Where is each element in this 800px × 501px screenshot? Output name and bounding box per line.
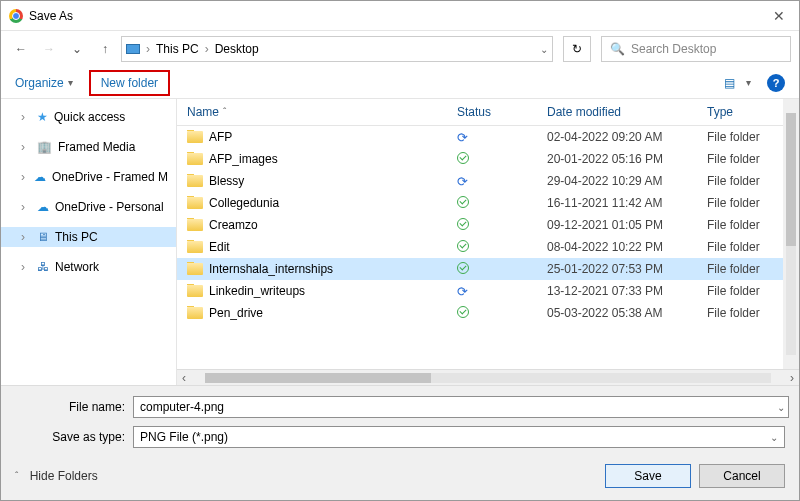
filename-label: File name: bbox=[15, 400, 125, 414]
chevron-down-icon: ▾ bbox=[68, 77, 73, 88]
file-date: 02-04-2022 09:20 AM bbox=[547, 130, 707, 144]
horizontal-scrollbar[interactable]: ‹ › bbox=[177, 369, 799, 385]
search-icon: 🔍 bbox=[610, 42, 625, 56]
refresh-button[interactable]: ↻ bbox=[563, 36, 591, 62]
folder-icon bbox=[187, 241, 203, 253]
col-status[interactable]: Status bbox=[457, 105, 547, 119]
ok-icon bbox=[457, 240, 469, 252]
scroll-left-icon: ‹ bbox=[177, 371, 191, 385]
hide-folders-button[interactable]: ˆ Hide Folders bbox=[15, 469, 98, 483]
file-date: 25-01-2022 07:53 PM bbox=[547, 262, 707, 276]
view-icon: ▤ bbox=[724, 76, 735, 90]
file-row[interactable]: Blessy⟳29-04-2022 10:29 AMFile folder bbox=[177, 170, 799, 192]
file-name: AFP_images bbox=[209, 152, 278, 166]
sort-indicator-icon: ˆ bbox=[223, 107, 226, 118]
search-input[interactable]: 🔍 Search Desktop bbox=[601, 36, 791, 62]
chevron-right-icon: › bbox=[146, 42, 150, 56]
folder-icon bbox=[187, 153, 203, 165]
file-name: Edit bbox=[209, 240, 230, 254]
pc-icon bbox=[126, 44, 140, 54]
file-date: 16-11-2021 11:42 AM bbox=[547, 196, 707, 210]
file-row[interactable]: Pen_drive05-03-2022 05:38 AMFile folder bbox=[177, 302, 799, 324]
save-type-label: Save as type: bbox=[15, 430, 125, 444]
sync-icon: ⟳ bbox=[457, 174, 468, 189]
col-date[interactable]: Date modified bbox=[547, 105, 707, 119]
new-folder-button[interactable]: New folder bbox=[89, 70, 170, 96]
file-name: Linkedin_writeups bbox=[209, 284, 305, 298]
tree-onedrive-framed[interactable]: ›☁OneDrive - Framed M bbox=[1, 167, 176, 187]
file-date: 08-04-2022 10:22 PM bbox=[547, 240, 707, 254]
star-icon: ★ bbox=[37, 110, 48, 124]
tree-onedrive-personal[interactable]: ›☁OneDrive - Personal bbox=[1, 197, 176, 217]
file-date: 29-04-2022 10:29 AM bbox=[547, 174, 707, 188]
address-bar[interactable]: › This PC › Desktop ⌄ bbox=[121, 36, 553, 62]
tree-this-pc[interactable]: ›🖥This PC bbox=[1, 227, 176, 247]
organize-button[interactable]: Organize▾ bbox=[15, 76, 73, 90]
folder-icon bbox=[187, 285, 203, 297]
help-button[interactable]: ? bbox=[767, 74, 785, 92]
ok-icon bbox=[457, 218, 469, 230]
file-date: 13-12-2021 07:33 PM bbox=[547, 284, 707, 298]
back-button[interactable]: ← bbox=[9, 37, 33, 61]
view-options-button[interactable]: ▤ ▾ bbox=[724, 76, 751, 90]
forward-button[interactable]: → bbox=[37, 37, 61, 61]
folder-icon bbox=[187, 263, 203, 275]
ok-icon bbox=[457, 152, 469, 164]
chevron-right-icon: › bbox=[205, 42, 209, 56]
file-date: 20-01-2022 05:16 PM bbox=[547, 152, 707, 166]
save-type-select[interactable]: PNG File (*.png)⌄ bbox=[133, 426, 785, 448]
ok-icon bbox=[457, 196, 469, 208]
window-title: Save As bbox=[29, 9, 767, 23]
cloud-icon: ☁ bbox=[34, 170, 46, 184]
folder-icon bbox=[187, 219, 203, 231]
tree-framed-media[interactable]: ›🏢Framed Media bbox=[1, 137, 176, 157]
building-icon: 🏢 bbox=[37, 140, 52, 154]
sync-icon: ⟳ bbox=[457, 130, 468, 145]
folder-icon bbox=[187, 175, 203, 187]
file-row[interactable]: AFP_images20-01-2022 05:16 PMFile folder bbox=[177, 148, 799, 170]
folder-icon bbox=[187, 307, 203, 319]
file-row[interactable]: AFP⟳02-04-2022 09:20 AMFile folder bbox=[177, 126, 799, 148]
recent-locations-button[interactable]: ⌄ bbox=[65, 37, 89, 61]
file-row[interactable]: Internshala_internships25-01-2022 07:53 … bbox=[177, 258, 799, 280]
address-dropdown-icon[interactable]: ⌄ bbox=[540, 44, 548, 55]
file-name: Blessy bbox=[209, 174, 244, 188]
tree-quick-access[interactable]: ›★Quick access bbox=[1, 107, 176, 127]
folder-icon bbox=[187, 197, 203, 209]
up-button[interactable]: ↑ bbox=[93, 37, 117, 61]
file-name: Collegedunia bbox=[209, 196, 279, 210]
chevron-down-icon: ⌄ bbox=[770, 432, 778, 443]
nav-tree: ›★Quick access ›🏢Framed Media ›☁OneDrive… bbox=[1, 99, 177, 385]
chevron-up-icon: ˆ bbox=[15, 471, 18, 482]
filename-input[interactable] bbox=[133, 396, 789, 418]
close-button[interactable]: ✕ bbox=[767, 4, 791, 28]
monitor-icon: 🖥 bbox=[37, 230, 49, 244]
file-row[interactable]: Linkedin_writeups⟳13-12-2021 07:33 PMFil… bbox=[177, 280, 799, 302]
cancel-button[interactable]: Cancel bbox=[699, 464, 785, 488]
ok-icon bbox=[457, 306, 469, 318]
ok-icon bbox=[457, 262, 469, 274]
file-name: Internshala_internships bbox=[209, 262, 333, 276]
file-row[interactable]: Edit08-04-2022 10:22 PMFile folder bbox=[177, 236, 799, 258]
file-row[interactable]: Creamzo09-12-2021 01:05 PMFile folder bbox=[177, 214, 799, 236]
breadcrumb-desktop[interactable]: Desktop bbox=[215, 42, 259, 56]
folder-icon bbox=[187, 131, 203, 143]
search-placeholder: Search Desktop bbox=[631, 42, 716, 56]
file-date: 05-03-2022 05:38 AM bbox=[547, 306, 707, 320]
chrome-icon bbox=[9, 9, 23, 23]
file-date: 09-12-2021 01:05 PM bbox=[547, 218, 707, 232]
vertical-scrollbar[interactable] bbox=[783, 99, 799, 369]
file-name: AFP bbox=[209, 130, 232, 144]
file-row[interactable]: Collegedunia16-11-2021 11:42 AMFile fold… bbox=[177, 192, 799, 214]
cloud-icon: ☁ bbox=[37, 200, 49, 214]
tree-network[interactable]: ›🖧Network bbox=[1, 257, 176, 277]
filename-dropdown-icon[interactable]: ⌄ bbox=[777, 402, 785, 413]
scroll-right-icon: › bbox=[785, 371, 799, 385]
chevron-down-icon: ▾ bbox=[746, 77, 751, 88]
breadcrumb-thispc[interactable]: This PC bbox=[156, 42, 199, 56]
file-name: Pen_drive bbox=[209, 306, 263, 320]
file-name: Creamzo bbox=[209, 218, 258, 232]
sync-icon: ⟳ bbox=[457, 284, 468, 299]
col-name[interactable]: Name ˆ bbox=[187, 105, 457, 119]
save-button[interactable]: Save bbox=[605, 464, 691, 488]
